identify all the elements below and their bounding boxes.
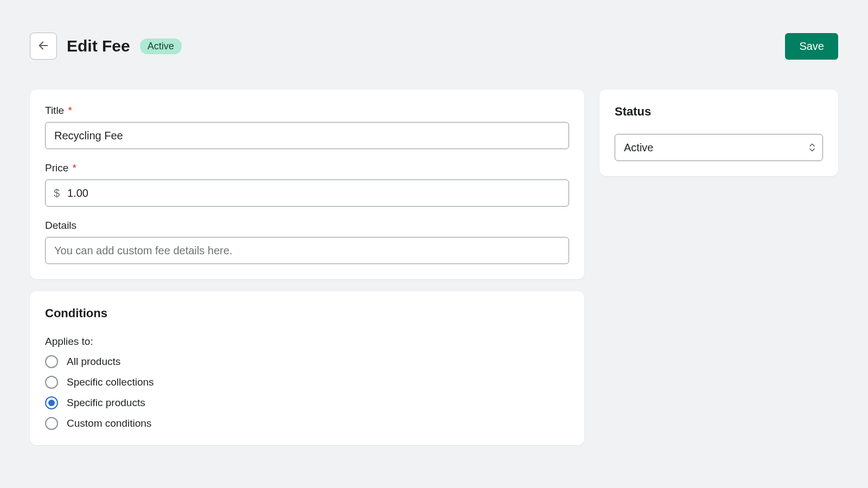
radio-label: Specific products [67, 397, 145, 409]
price-label-text: Price [45, 162, 68, 174]
status-badge: Active [140, 38, 182, 54]
status-title: Status [615, 105, 823, 119]
radio-icon [45, 376, 58, 389]
details-input[interactable] [45, 237, 569, 264]
back-button[interactable] [30, 33, 57, 60]
radio-icon [45, 417, 58, 430]
title-label: Title * [45, 105, 569, 117]
radio-all-products[interactable]: All products [45, 355, 569, 368]
applies-to-label: Applies to: [45, 336, 569, 348]
arrow-left-icon [37, 40, 49, 53]
required-star-icon: * [68, 105, 72, 116]
required-star-icon: * [73, 162, 76, 174]
conditions-card: Conditions Applies to: All products Spec… [30, 291, 584, 445]
conditions-title: Conditions [45, 306, 569, 320]
radio-label: All products [67, 356, 120, 368]
radio-icon [45, 355, 58, 368]
radio-label: Custom conditions [67, 418, 151, 429]
save-button[interactable]: Save [785, 33, 838, 60]
title-label-text: Title [45, 105, 64, 116]
header-left: Edit Fee Active [30, 33, 182, 60]
radio-specific-products[interactable]: Specific products [45, 396, 569, 409]
radio-custom-conditions[interactable]: Custom conditions [45, 417, 569, 430]
page-title: Edit Fee [67, 37, 130, 55]
status-select[interactable]: Active [615, 134, 823, 161]
price-label: Price * [45, 162, 569, 174]
details-label: Details [45, 220, 569, 232]
price-input[interactable] [45, 179, 569, 207]
applies-to-radio-group: All products Specific collections Specif… [45, 355, 569, 430]
title-input[interactable] [45, 122, 569, 149]
radio-icon-selected [45, 396, 58, 409]
radio-specific-collections[interactable]: Specific collections [45, 376, 569, 389]
status-card: Status Active [599, 89, 838, 176]
radio-label: Specific collections [67, 376, 154, 388]
fee-details-card: Title * Price * $ Details [30, 89, 584, 279]
page-header: Edit Fee Active Save [30, 33, 838, 60]
